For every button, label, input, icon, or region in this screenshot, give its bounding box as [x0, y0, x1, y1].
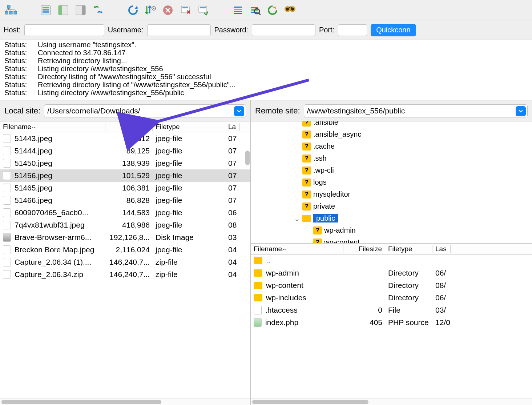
username-input[interactable] [147, 24, 211, 36]
chevron-down-icon[interactable] [516, 106, 526, 116]
remote-path-combo[interactable]: /www/testingsitex_556/public [304, 104, 528, 117]
log-message: Retrieving directory listing of "/www/te… [38, 81, 235, 89]
password-input[interactable] [252, 24, 315, 36]
table-row[interactable]: 51466.jpeg86,828jpeg-file07 [0, 194, 250, 206]
tree-item[interactable]: ?logs [254, 176, 529, 188]
table-row[interactable]: 51443.jpeg79,312jpeg-file07 [0, 132, 250, 145]
filter-icon[interactable] [230, 3, 245, 17]
host-input[interactable] [24, 24, 104, 36]
tree-item[interactable]: ?mysqleditor [254, 188, 529, 200]
cell-name: Capture_2.06.34 (1).... [15, 258, 91, 266]
tree-item[interactable]: ⌄public [254, 212, 529, 224]
tree-item[interactable]: ?wp-admin [254, 224, 529, 236]
remote-tree[interactable]: ?.ansible?.ansible_async?.cache?.ssh?.wp… [251, 121, 532, 244]
folder-unknown-icon: ? [313, 226, 322, 234]
password-label: Password: [214, 26, 248, 34]
table-row[interactable]: index.php405PHP source12/0 [251, 316, 532, 329]
reconnect-icon[interactable] [196, 3, 210, 17]
table-row[interactable]: 51456.jpeg101,529jpeg-file07 [0, 169, 250, 182]
log-row: Status:Using username "testingsitex". [4, 41, 528, 49]
remote-list-header[interactable]: Filename ︿ Filesize Filetype Las [251, 244, 532, 254]
compare-icon[interactable] [265, 3, 280, 17]
port-input[interactable] [338, 24, 367, 36]
table-row[interactable]: .htaccess0File03/ [251, 304, 532, 316]
local-header-type[interactable]: Filetype [153, 123, 225, 131]
table-row[interactable]: wp-contentDirectory08/ [251, 279, 532, 292]
remote-hscrollbar[interactable] [251, 398, 532, 405]
toggle-queue-icon[interactable] [91, 3, 105, 17]
table-row[interactable]: 7q4vx81wubf31.jpeg418,986jpeg-file08 [0, 219, 250, 231]
sitemanager-icon[interactable] [4, 3, 18, 17]
cell-date: 06 [225, 208, 240, 217]
table-row[interactable]: 51450.jpeg138,939jpeg-file07 [0, 157, 250, 169]
local-header-size[interactable]: Filesize [105, 123, 153, 131]
table-row[interactable]: Capture_2.06.34.zip146,240,7...zip-file0… [0, 268, 250, 281]
remote-site-bar: Remote site: /www/testingsitex_556/publi… [251, 100, 532, 121]
tree-item[interactable]: ?wp-content [254, 236, 529, 244]
chevron-down-icon[interactable] [234, 106, 244, 116]
remote-header-type[interactable]: Filetype [385, 245, 432, 253]
local-site-bar: Local site: /Users/cornelia/Downloads/ [0, 100, 250, 121]
file-icon [3, 159, 11, 168]
tree-item[interactable]: ?.ansible_async [254, 128, 529, 140]
remote-header-date[interactable]: Las [432, 245, 451, 253]
local-header-date[interactable]: La [225, 123, 240, 131]
local-header-name[interactable]: Filename [3, 123, 31, 131]
file-icon [3, 171, 11, 180]
cell-size: 418,986 [105, 221, 153, 229]
tree-item[interactable]: ?private [254, 200, 529, 212]
cancel-icon[interactable] [161, 3, 175, 17]
remote-site-label: Remote site: [255, 106, 300, 116]
log-message: Retrieving directory listing... [38, 57, 127, 65]
remote-file-list[interactable]: ..wp-adminDirectory06/wp-contentDirector… [251, 254, 532, 398]
tree-item[interactable]: ?.wp-cli [254, 164, 529, 176]
horizontal-scrollbar-thumb[interactable] [252, 400, 368, 404]
cell-type: zip-file [153, 258, 225, 266]
cell-name: .htaccess [265, 306, 298, 314]
local-file-list[interactable]: 51443.jpeg79,312jpeg-file0751444.jpeg89,… [0, 132, 250, 398]
cell-size: 138,939 [105, 159, 153, 168]
tree-item[interactable]: ?.ssh [254, 152, 529, 164]
chevron-down-icon[interactable]: ⌄ [294, 214, 300, 223]
table-row[interactable]: 51444.jpeg89,125jpeg-file07 [0, 145, 250, 157]
remote-header-size[interactable]: Filesize [343, 245, 385, 253]
log-message: Connected to 34.70.86.147 [38, 49, 125, 57]
refresh-icon[interactable] [126, 3, 140, 17]
disconnect-icon[interactable] [178, 3, 193, 17]
log-label: Status: [4, 41, 31, 49]
file-icon [3, 221, 11, 229]
table-row[interactable]: Breckon Bore Map.jpeg2,116,024jpeg-file0… [0, 244, 250, 256]
tree-item[interactable]: ?.ansible [254, 121, 529, 128]
table-row[interactable]: wp-adminDirectory06/ [251, 267, 532, 279]
cell-name: 51466.jpeg [15, 196, 52, 205]
log-pane[interactable]: Status:Using username "testingsitex".Sta… [0, 40, 532, 100]
process-queue-icon[interactable] [143, 3, 158, 17]
log-message: Directory listing of "/www/testingsitex_… [38, 73, 211, 81]
folder-unknown-icon: ? [302, 202, 311, 210]
table-row[interactable]: .. [251, 254, 532, 267]
remote-header-name[interactable]: Filename [254, 245, 282, 253]
search-icon[interactable] [248, 3, 262, 17]
local-path-combo[interactable]: /Users/cornelia/Downloads/ [44, 104, 246, 117]
host-label: Host: [4, 26, 21, 34]
toggle-log-icon[interactable] [39, 3, 53, 17]
tree-item[interactable]: ?.cache [254, 140, 529, 152]
cell-date: 04 [225, 258, 240, 266]
sync-browse-icon[interactable] [283, 3, 297, 17]
local-list-header[interactable]: Filename ︿ Filesize Filetype La [0, 121, 250, 132]
log-row: Status:Retrieving directory listing of "… [4, 81, 528, 89]
quickconnect-button[interactable]: Quickconn [371, 24, 416, 36]
svg-rect-20 [234, 9, 242, 10]
table-row[interactable]: 6009070465_6acb0...144,583jpeg-file06 [0, 206, 250, 219]
tree-item-label: private [313, 202, 335, 210]
cell-type: File [385, 306, 432, 314]
vertical-scrollbar-thumb[interactable] [245, 151, 250, 165]
horizontal-scrollbar-thumb[interactable] [1, 400, 161, 404]
table-row[interactable]: wp-includesDirectory06/ [251, 292, 532, 304]
table-row[interactable]: Brave-Browser-arm6...192,126,8...Disk Im… [0, 231, 250, 244]
table-row[interactable]: 51465.jpeg106,381jpeg-file07 [0, 182, 250, 194]
local-hscrollbar[interactable] [0, 398, 250, 405]
toggle-remotetree-icon[interactable] [73, 3, 88, 17]
toggle-localtree-icon[interactable] [56, 3, 70, 17]
table-row[interactable]: Capture_2.06.34 (1)....146,240,7...zip-f… [0, 256, 250, 268]
